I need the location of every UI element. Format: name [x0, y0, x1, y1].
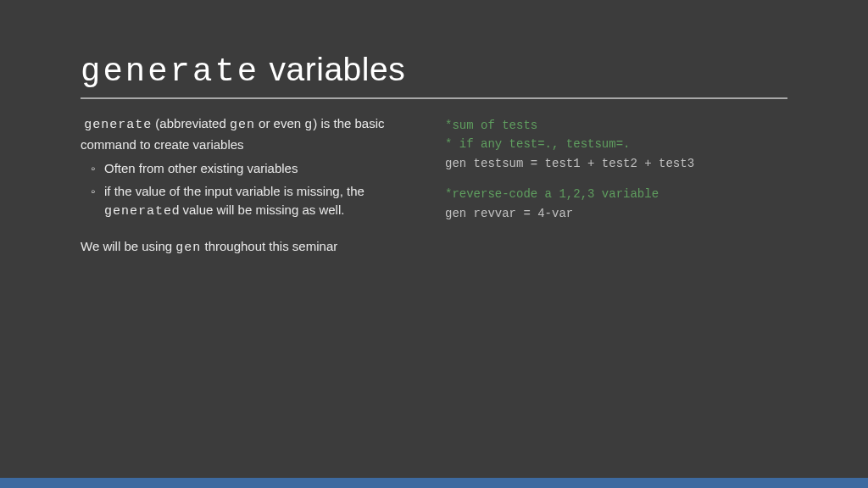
- footer-accent-bar: [0, 478, 868, 488]
- intro-text-1: (abbreviated: [152, 116, 230, 130]
- code-line-2: gen revvar = 4-var: [445, 204, 787, 223]
- bullet-2c: d value will be missing as well.: [172, 202, 344, 217]
- right-column-code: *sum of tests * if any test=., testsum=.…: [445, 114, 787, 258]
- intro-text-2: or even: [255, 116, 304, 130]
- slide: generate variables generate (abbreviated…: [0, 0, 868, 488]
- title-block: generate variables: [81, 51, 787, 99]
- intro-code-g: g: [304, 118, 313, 132]
- bullet-2: if the value of the input variable is mi…: [91, 182, 420, 222]
- bullet-1: Often from other existing variables: [91, 159, 420, 179]
- bullet-list: Often from other existing variables if t…: [91, 159, 420, 222]
- outro-paragraph: We will be using gen throughout this sem…: [81, 237, 420, 258]
- intro-code-gen: gen: [230, 118, 255, 132]
- code-comment-1: *sum of tests: [445, 116, 787, 135]
- title-rest: variables: [259, 51, 405, 87]
- code-line-1: gen testsum = test1 + test2 + test3: [445, 154, 787, 173]
- outro-code: gen: [175, 241, 201, 255]
- left-column: generate (abbreviated gen or even g) is …: [81, 114, 420, 258]
- content-columns: generate (abbreviated gen or even g) is …: [81, 114, 787, 258]
- code-block-1: *sum of tests * if any test=., testsum=.…: [445, 116, 787, 173]
- code-comment-2: * if any test=., testsum=.: [445, 135, 787, 153]
- bullet-1-text: Often from other existing variables: [104, 161, 298, 175]
- bullet-2-code: generate: [104, 204, 172, 219]
- intro-paragraph: generate (abbreviated gen or even g) is …: [81, 114, 420, 154]
- outro-c: throughout this seminar: [201, 239, 337, 253]
- intro-code-generate: generate: [84, 118, 152, 132]
- code-comment-3: *reverse-code a 1,2,3 variable: [445, 185, 787, 203]
- outro-a: We will be using: [81, 239, 175, 253]
- title-mono: generate: [81, 53, 259, 91]
- bullet-2a: if the value of the input variable is mi…: [104, 184, 364, 198]
- code-block-2: *reverse-code a 1,2,3 variable gen revva…: [445, 185, 787, 223]
- slide-title: generate variables: [81, 51, 787, 91]
